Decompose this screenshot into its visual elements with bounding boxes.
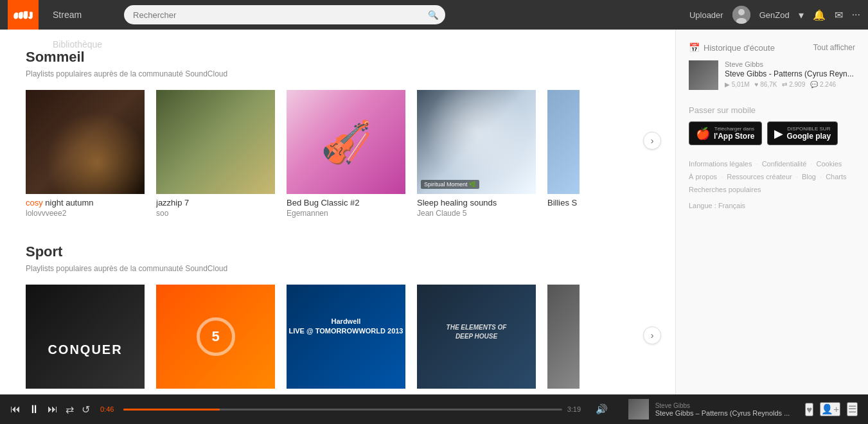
player-track-title: Steve Gibbs – Patterns (Cyrus Reynolds .… bbox=[655, 409, 790, 417]
section-sport-title: Sport bbox=[26, 243, 650, 260]
list-item[interactable]: cosy night autumn lolovvveee2 bbox=[26, 90, 145, 218]
list-item[interactable]: HardwellLIVE @ TOMORROWWORLD 2013 Hardwe… bbox=[287, 285, 405, 402]
history-thumb bbox=[689, 60, 718, 90]
sidebar-mobile: Passer sur mobile 🍎 Télécharger dans l'A… bbox=[689, 105, 855, 145]
main-content: Sommeil Playlists populaires auprès de l… bbox=[0, 30, 868, 424]
section-sommeil-title: Sommeil bbox=[26, 49, 650, 66]
list-item[interactable]: jazzhip 7 soo bbox=[156, 90, 275, 218]
repeat-button[interactable]: ↺ bbox=[82, 403, 90, 416]
logo-icon bbox=[13, 8, 33, 21]
search-bar: 🔍 bbox=[124, 5, 445, 24]
search-input[interactable] bbox=[124, 5, 445, 24]
chevron-down-icon[interactable]: ▾ bbox=[799, 9, 804, 21]
list-item[interactable]: CONQUER CONQUER bbox=[26, 285, 145, 402]
upload-button[interactable]: Uploader bbox=[689, 10, 723, 20]
add-to-playlist-button[interactable]: 👤+ bbox=[820, 402, 840, 416]
message-icon[interactable]: ✉ bbox=[835, 9, 843, 21]
playlist-thumb bbox=[26, 90, 145, 194]
footer-link-charts[interactable]: Charts bbox=[826, 173, 846, 181]
footer-link-about[interactable]: À propos bbox=[689, 173, 717, 181]
shuffle-button[interactable]: ⇄ bbox=[66, 403, 74, 416]
progress-area: 0:46 3:19 bbox=[100, 405, 585, 413]
playlist-name: Billies S bbox=[547, 198, 580, 208]
nav-bibliotheque[interactable]: Bibliothèque bbox=[41, 30, 114, 59]
playlist-thumb: THE ELEMENTS OFDEEP HOUSE bbox=[417, 285, 536, 389]
content-area: Sommeil Playlists populaires auprès de l… bbox=[0, 30, 675, 424]
playlist-thumb bbox=[547, 285, 580, 389]
main-nav: Accueil Stream Bibliothèque bbox=[41, 0, 114, 59]
playlist-name: Bed Bug Classic #2 bbox=[287, 198, 405, 208]
app-store-button[interactable]: 🍎 Télécharger dans l'App Store bbox=[689, 121, 762, 145]
prev-button[interactable]: ⏮ bbox=[10, 403, 21, 415]
sidebar-history-title: 📅 Historique d'écoute bbox=[689, 42, 775, 53]
history-stats: ▶ 5,01M ♥ 86,7K ⇄ 2.909 💬 2.246 bbox=[725, 81, 854, 88]
player-bar: ⏮ ⏸ ⏭ ⇄ ↺ 0:46 3:19 🔊 Steve Gibbs Steve … bbox=[0, 394, 868, 424]
playlist-thumb bbox=[156, 90, 275, 194]
list-item[interactable]: 5 bbox=[156, 285, 275, 393]
history-track-title: Steve Gibbs - Patterns (Cyrus Reyn... bbox=[725, 69, 854, 78]
next-button-sport[interactable]: › bbox=[643, 326, 661, 344]
show-all-link[interactable]: Tout afficher bbox=[813, 43, 855, 52]
history-info: Steve Gibbs Steve Gibbs - Patterns (Cyru… bbox=[725, 60, 854, 88]
calendar-icon: 📅 bbox=[689, 42, 700, 53]
history-artist: Steve Gibbs bbox=[725, 60, 854, 68]
sidebar-history: 📅 Historique d'écoute Tout afficher Stev… bbox=[689, 42, 855, 90]
more-icon[interactable]: ··· bbox=[852, 9, 860, 21]
playlist-author: soo bbox=[156, 209, 275, 218]
footer-link-blog[interactable]: Blog bbox=[802, 173, 816, 181]
list-item[interactable] bbox=[547, 285, 580, 389]
footer-link-popular[interactable]: Recherches populaires bbox=[689, 186, 761, 193]
section-sport-subtitle: Playlists populaires auprès de la commun… bbox=[26, 264, 650, 273]
google-play-button[interactable]: ▶ DISPONIBLE SUR Google play bbox=[767, 121, 838, 145]
playlist-author: Egemannen bbox=[287, 209, 405, 218]
playlist-thumb: 🎻 bbox=[287, 90, 405, 194]
google-play-icon: ▶ bbox=[774, 127, 783, 141]
list-item[interactable]: Spiritual Moment 🌿 Sleep healing sounds … bbox=[417, 90, 536, 218]
pause-button[interactable]: ⏸ bbox=[28, 403, 40, 416]
time-total: 3:19 bbox=[567, 405, 585, 413]
list-item[interactable]: 🎻 Bed Bug Classic #2 Egemannen bbox=[287, 90, 405, 218]
sleep-badge: Spiritual Moment 🌿 bbox=[421, 180, 479, 189]
player-actions: ♥ 👤+ ☰ bbox=[805, 402, 858, 416]
footer-link-cookies[interactable]: Cookies bbox=[817, 160, 842, 168]
avatar bbox=[732, 6, 750, 24]
playlist-author: Jean Claude 5 bbox=[417, 209, 536, 218]
nav-stream[interactable]: Stream bbox=[41, 0, 114, 30]
sidebar-history-header: 📅 Historique d'écoute Tout afficher bbox=[689, 42, 855, 53]
sidebar: 📅 Historique d'écoute Tout afficher Stev… bbox=[675, 30, 868, 424]
time-current: 0:46 bbox=[100, 405, 118, 413]
history-item[interactable]: Steve Gibbs Steve Gibbs - Patterns (Cyru… bbox=[689, 60, 855, 90]
username[interactable]: GenZod bbox=[759, 10, 790, 20]
search-button[interactable]: 🔍 bbox=[428, 10, 439, 20]
next-button[interactable]: ⏭ bbox=[48, 403, 58, 415]
apple-icon: 🍎 bbox=[696, 127, 710, 141]
playlist-thumb: 5 bbox=[156, 285, 275, 389]
player-track-info: Steve Gibbs Steve Gibbs – Patterns (Cyru… bbox=[628, 399, 790, 420]
player-track-text: Steve Gibbs Steve Gibbs – Patterns (Cyru… bbox=[655, 402, 790, 417]
footer-link-privacy[interactable]: Confidentialité bbox=[762, 160, 807, 168]
list-item[interactable]: THE ELEMENTS OFDEEP HOUSE The Elements o… bbox=[417, 285, 536, 402]
section-sport: Sport Playlists populaires auprès de la … bbox=[26, 243, 650, 402]
soundcloud-logo[interactable] bbox=[8, 0, 39, 30]
playlist-row-sport: CONQUER CONQUER 5 bbox=[26, 285, 650, 402]
app-buttons: 🍎 Télécharger dans l'App Store ▶ DISPONI… bbox=[689, 121, 855, 145]
language-line: Langue : Français bbox=[689, 200, 855, 213]
playlist-author: lolovvveee2 bbox=[26, 209, 145, 218]
playlist-row-sommeil: cosy night autumn lolovvveee2 jazzhip 7 … bbox=[26, 90, 650, 218]
footer-link-legal[interactable]: Informations légales bbox=[689, 160, 752, 168]
playlist-name: cosy night autumn bbox=[26, 198, 145, 208]
playlist-name: jazzhip 7 bbox=[156, 198, 275, 208]
section-sommeil-subtitle: Playlists populaires auprès de la commun… bbox=[26, 69, 650, 78]
queue-button[interactable]: ☰ bbox=[847, 402, 858, 416]
progress-bar[interactable] bbox=[123, 409, 562, 411]
like-button[interactable]: ♥ bbox=[805, 403, 813, 416]
header-right: Uploader GenZod ▾ 🔔 ✉ ··· bbox=[689, 6, 860, 24]
player-track-thumb bbox=[628, 399, 649, 420]
list-item[interactable]: Billies S bbox=[547, 90, 580, 208]
next-button-sommeil[interactable]: › bbox=[643, 132, 661, 150]
notification-icon[interactable]: 🔔 bbox=[813, 9, 826, 21]
language-selector[interactable]: Français bbox=[718, 202, 745, 209]
footer-link-creator[interactable]: Ressources créateur bbox=[727, 173, 792, 181]
volume-button[interactable]: 🔊 bbox=[596, 403, 608, 415]
svg-point-1 bbox=[738, 9, 745, 15]
